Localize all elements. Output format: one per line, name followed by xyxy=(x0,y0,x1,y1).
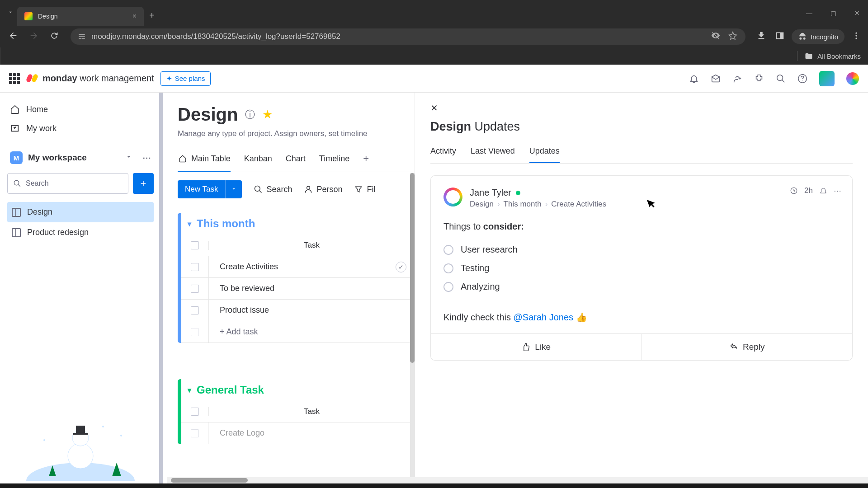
board-icon xyxy=(12,228,21,237)
close-panel-button[interactable]: ✕ xyxy=(430,103,438,113)
task-row-create-activities[interactable]: Create Activities ✓ xyxy=(208,256,415,277)
svg-point-4 xyxy=(855,35,857,36)
user-mention[interactable]: @Sarah Jones xyxy=(514,312,574,322)
reload-button[interactable] xyxy=(47,28,61,45)
view-tab-kanban[interactable]: Kanban xyxy=(244,148,272,172)
panel-tab-updates[interactable]: Updates xyxy=(529,142,560,163)
checklist-item[interactable]: Analyzing xyxy=(443,282,840,292)
checklist-item[interactable]: Testing xyxy=(443,263,840,273)
select-all-checkbox[interactable] xyxy=(191,241,199,249)
person-tool[interactable]: Person xyxy=(304,185,342,194)
incognito-badge[interactable]: Incognito xyxy=(792,29,844,44)
view-tab-chart[interactable]: Chart xyxy=(286,148,306,172)
url-bar[interactable]: moodjoy.monday.com/boards/1830420525/act… xyxy=(71,28,745,45)
task-row-to-be-reviewed[interactable]: To be reviewed xyxy=(208,278,415,299)
decoration-snowman xyxy=(5,408,156,481)
workspace-header[interactable]: M My workspace ⋯ xyxy=(7,149,154,167)
reply-button[interactable]: Reply xyxy=(642,334,853,360)
board-description: Manage any type of project. Assign owner… xyxy=(178,129,415,138)
url-text: moodjoy.monday.com/boards/1830420525/act… xyxy=(91,32,705,41)
divider xyxy=(797,51,797,61)
search-tool[interactable]: Search xyxy=(254,185,292,194)
sidebar-search-input[interactable]: Search xyxy=(7,173,128,194)
panel-tab-last-viewed[interactable]: Last Viewed xyxy=(471,142,515,163)
svg-rect-2 xyxy=(780,33,783,38)
see-plans-button[interactable]: ✦ See plans xyxy=(160,71,211,86)
apps-grid-icon[interactable] xyxy=(9,73,20,84)
workspace-more-icon[interactable]: ⋯ xyxy=(142,153,151,163)
user-avatar[interactable] xyxy=(819,71,835,86)
svg-point-22 xyxy=(307,186,310,189)
task-row-create-logo[interactable]: Create Logo xyxy=(208,422,415,444)
browser-tab[interactable]: Design × xyxy=(17,7,144,26)
all-bookmarks-link[interactable]: All Bookmarks xyxy=(817,52,861,60)
add-view-button[interactable]: + xyxy=(363,148,369,172)
help-icon[interactable] xyxy=(797,74,807,84)
radio-icon[interactable] xyxy=(443,263,453,273)
sidepanel-icon[interactable] xyxy=(774,29,786,44)
close-tab-icon[interactable]: × xyxy=(132,12,137,20)
radio-icon[interactable] xyxy=(443,245,453,255)
search-icon[interactable] xyxy=(776,74,786,84)
more-icon[interactable]: ⋯ xyxy=(834,186,841,196)
settings-gear-icon[interactable] xyxy=(846,72,859,85)
panel-tab-activity[interactable]: Activity xyxy=(430,142,456,163)
svg-line-21 xyxy=(259,191,262,193)
board-item-design[interactable]: Design xyxy=(7,202,154,222)
checklist-item[interactable]: User research xyxy=(443,244,840,255)
author-avatar[interactable] xyxy=(443,188,462,206)
checkmark-icon[interactable]: ✓ xyxy=(396,262,406,272)
tab-list-dropdown[interactable] xyxy=(4,9,17,17)
new-task-dropdown[interactable] xyxy=(225,180,242,198)
taskbar xyxy=(0,483,868,488)
chevron-down-icon[interactable] xyxy=(125,153,132,163)
radio-icon[interactable] xyxy=(443,282,453,292)
scrollbar-horizontal[interactable] xyxy=(167,477,868,483)
group-header-this-month[interactable]: ▾ This month xyxy=(181,213,415,235)
sidebar-home[interactable]: Home xyxy=(5,100,156,119)
add-board-button[interactable]: + xyxy=(133,173,154,194)
breadcrumb[interactable]: Design› This month› Create Activities xyxy=(470,200,606,209)
star-icon[interactable]: ★ xyxy=(262,108,273,122)
sidebar-my-work[interactable]: My work xyxy=(5,119,156,138)
task-checkbox[interactable] xyxy=(191,429,199,437)
author-name[interactable]: Jane Tyler xyxy=(470,188,511,198)
maximize-button[interactable]: ▢ xyxy=(826,8,841,19)
menu-icon[interactable] xyxy=(850,29,863,44)
site-settings-icon[interactable] xyxy=(77,32,87,42)
view-tab-main-table[interactable]: Main Table xyxy=(178,148,231,172)
thumbs-up-emoji: 👍 xyxy=(576,312,587,322)
task-checkbox[interactable] xyxy=(191,306,199,314)
blocked-icon[interactable] xyxy=(709,29,722,44)
add-task-button[interactable]: + Add task xyxy=(181,321,415,343)
board-item-product-redesign[interactable]: Product redesign xyxy=(7,222,154,243)
task-checkbox[interactable] xyxy=(191,263,199,271)
task-checkbox[interactable] xyxy=(191,285,199,293)
new-task-button[interactable]: New Task xyxy=(178,180,242,198)
notification-bell-icon[interactable] xyxy=(818,186,828,196)
back-button[interactable] xyxy=(5,28,21,46)
task-row-product-issue[interactable]: Product issue xyxy=(208,300,415,321)
like-button[interactable]: Like xyxy=(431,334,642,360)
close-window-button[interactable]: ✕ xyxy=(850,8,864,19)
new-tab-button[interactable]: + xyxy=(144,10,160,21)
svg-point-19 xyxy=(102,426,104,427)
select-all-checkbox[interactable] xyxy=(191,408,199,416)
forward-button[interactable] xyxy=(26,28,42,46)
board-title: Design xyxy=(178,104,238,125)
monday-logo[interactable]: monday work management xyxy=(26,72,154,85)
info-icon[interactable]: ⓘ xyxy=(245,108,255,122)
svg-point-5 xyxy=(855,38,857,39)
scrollbar-vertical[interactable] xyxy=(410,173,415,488)
view-tab-timeline[interactable]: Timeline xyxy=(319,148,349,172)
table-icon xyxy=(178,154,188,164)
group-header-general-task[interactable]: ▾ General Task xyxy=(181,379,415,401)
minimize-button[interactable]: — xyxy=(802,8,817,19)
download-icon[interactable] xyxy=(755,29,768,44)
notifications-icon[interactable] xyxy=(689,74,699,84)
invite-icon[interactable] xyxy=(732,74,742,84)
bookmark-star-icon[interactable] xyxy=(726,29,739,44)
filter-tool[interactable]: Fil xyxy=(354,185,375,194)
inbox-icon[interactable] xyxy=(711,74,721,84)
extensions-icon[interactable] xyxy=(754,74,764,84)
